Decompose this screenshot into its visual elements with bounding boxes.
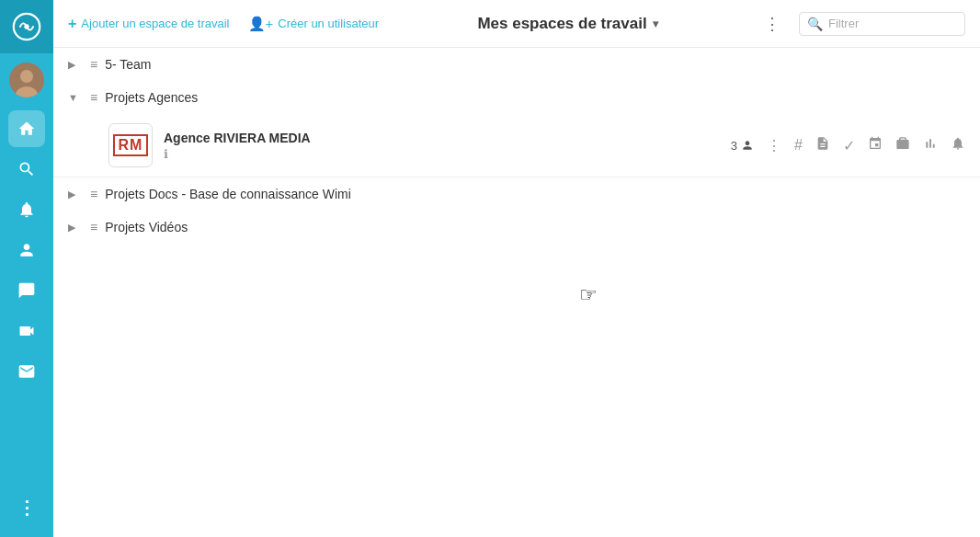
calendar-icon[interactable] — [868, 136, 883, 154]
workspace-row-projets-agences[interactable]: ▼ ≡ Projets Agences — [53, 81, 980, 114]
sidebar-item-mail[interactable] — [8, 353, 45, 390]
chart-icon[interactable] — [923, 136, 938, 154]
content-area: ▶ ≡ 5- Team ▼ ≡ Projets Agences RM Agenc… — [53, 48, 980, 537]
check-icon[interactable]: ✓ — [843, 137, 855, 154]
chevron-right-icon: ▶ — [68, 189, 83, 200]
member-count: 3 — [731, 139, 754, 153]
sidebar-item-notifications[interactable] — [8, 191, 45, 228]
hashtag-icon[interactable]: # — [794, 137, 803, 154]
svg-point-3 — [20, 70, 33, 83]
chevron-right-icon: ▶ — [68, 59, 83, 71]
file-icon[interactable] — [815, 136, 830, 154]
info-icon[interactable]: ℹ — [164, 147, 720, 161]
chevron-down-icon: ▼ — [68, 92, 83, 103]
search-box: 🔍 — [799, 12, 965, 36]
sidebar-item-more[interactable]: ⋮ — [8, 489, 45, 526]
sidebar: ⋮ — [0, 0, 53, 537]
create-user-button[interactable]: 👤+ Créer un utilisateur — [248, 16, 380, 32]
sidebar-item-home[interactable] — [8, 110, 45, 147]
workspace-row-team[interactable]: ▶ ≡ 5- Team — [53, 48, 980, 81]
project-logo: RM — [108, 123, 153, 167]
topbar: + Ajouter un espace de travail 👤+ Créer … — [53, 0, 980, 48]
workspace-row-projets-videos[interactable]: ▶ ≡ Projets Vidéos — [53, 211, 980, 244]
plus-icon: + — [68, 16, 76, 32]
sidebar-item-contacts[interactable] — [8, 232, 45, 268]
project-info: Agence RIVIERA MEDIA ℹ — [164, 131, 720, 161]
list-icon: ≡ — [90, 90, 97, 105]
list-icon: ≡ — [90, 57, 97, 72]
project-item-riviera: RM Agence RIVIERA MEDIA ℹ 3 ⋮ # ✓ — [53, 114, 980, 177]
sidebar-item-video[interactable] — [8, 313, 45, 349]
project-actions: 3 ⋮ # ✓ — [731, 136, 965, 154]
add-workspace-button[interactable]: + Ajouter un espace de travail — [68, 16, 230, 32]
workspace-row-projets-docs[interactable]: ▶ ≡ Projets Docs - Base de connaissance … — [53, 177, 980, 211]
list-icon: ≡ — [90, 220, 97, 234]
sidebar-nav — [8, 107, 45, 489]
chevron-right-icon: ▶ — [68, 222, 83, 234]
search-icon: 🔍 — [807, 17, 823, 31]
list-icon: ≡ — [90, 187, 97, 201]
search-input[interactable] — [828, 17, 957, 30]
main-area: + Ajouter un espace de travail 👤+ Créer … — [53, 0, 980, 537]
title-chevron-icon[interactable]: ▾ — [653, 17, 658, 30]
user-avatar[interactable] — [9, 63, 44, 97]
briefcase-icon[interactable] — [895, 136, 910, 154]
topbar-title: Mes espaces de travail ▾ — [390, 15, 746, 33]
sidebar-item-messages[interactable] — [8, 272, 45, 309]
topbar-more-button[interactable]: ⋮ — [757, 10, 788, 38]
svg-point-1 — [24, 24, 28, 29]
bell-icon[interactable] — [951, 136, 965, 154]
sidebar-item-search[interactable] — [8, 151, 45, 188]
more-options-icon[interactable]: ⋮ — [767, 137, 781, 154]
user-plus-icon: 👤+ — [248, 16, 274, 32]
app-logo[interactable] — [0, 0, 53, 53]
